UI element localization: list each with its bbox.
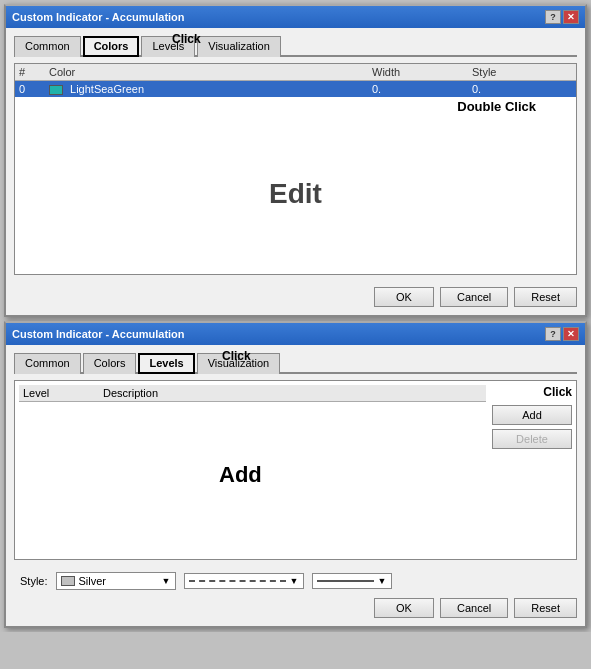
title-bar-2: Custom Indicator - Accumulation ? ✕: [6, 323, 585, 345]
row-width: 0.: [372, 83, 472, 95]
levels-content: Level Description Add Click Add Delete: [14, 380, 577, 560]
tab-common-2[interactable]: Common: [14, 353, 81, 374]
tab-visualization-1[interactable]: Visualization: [197, 36, 281, 57]
tab-levels-2[interactable]: Levels: [138, 353, 194, 374]
col-width: Width: [372, 66, 472, 78]
add-annotation: Add: [219, 462, 262, 488]
title-bar-1: Custom Indicator - Accumulation ? ✕: [6, 6, 585, 28]
col-description: Description: [103, 387, 482, 399]
edit-annotation: Edit: [15, 114, 576, 274]
dialog1-body: Click Common Colors Levels Visualization…: [6, 28, 585, 315]
levels-list-container: Level Description Add: [19, 385, 486, 552]
colors-content: # Color Width Style 0 LightSeaGreen 0. 0…: [14, 63, 577, 275]
dashed-line-icon: [189, 580, 286, 582]
close-button-1[interactable]: ✕: [563, 10, 579, 24]
style-label: Style:: [20, 575, 48, 587]
dialog1-title: Custom Indicator - Accumulation: [12, 11, 185, 23]
cancel-button-1[interactable]: Cancel: [440, 287, 508, 307]
bottom-buttons-2: OK Cancel Reset: [14, 594, 577, 620]
color-swatch: [49, 85, 63, 95]
col-style: Style: [472, 66, 572, 78]
reset-button-1[interactable]: Reset: [514, 287, 577, 307]
style-line-dropdown[interactable]: ▼: [184, 573, 304, 589]
double-click-annotation: Double Click: [457, 99, 536, 114]
levels-list-header: Level Description: [19, 385, 486, 402]
col-color: Color: [49, 66, 372, 78]
delete-level-button[interactable]: Delete: [492, 429, 572, 449]
title-bar-buttons-1: ? ✕: [545, 10, 579, 24]
row-color: LightSeaGreen: [49, 83, 372, 95]
row-style: 0.: [472, 83, 572, 95]
tab-colors-1[interactable]: Colors: [83, 36, 140, 57]
style-color-swatch: [61, 576, 75, 586]
ok-button-2[interactable]: OK: [374, 598, 434, 618]
close-button-2[interactable]: ✕: [563, 327, 579, 341]
dropdown-arrow-2: ▼: [290, 576, 299, 586]
dropdown-arrow-3: ▼: [378, 576, 387, 586]
dialog2-title: Custom Indicator - Accumulation: [12, 328, 185, 340]
row-num: 0: [19, 83, 49, 95]
table-header: # Color Width Style: [15, 64, 576, 81]
table-row[interactable]: 0 LightSeaGreen 0. 0.: [15, 81, 576, 97]
col-level: Level: [23, 387, 103, 399]
dialog2-body: Click Common Colors Levels Visualization…: [6, 345, 585, 626]
style-row: Style: Silver ▼ ▼ ▼: [14, 568, 577, 594]
add-level-button[interactable]: Add: [492, 405, 572, 425]
col-hash: #: [19, 66, 49, 78]
dialog2: Custom Indicator - Accumulation ? ✕ Clic…: [4, 321, 587, 628]
solid-line-icon: [317, 580, 374, 582]
style-color-name: Silver: [79, 575, 107, 587]
cancel-button-2[interactable]: Cancel: [440, 598, 508, 618]
style-color-dropdown[interactable]: Silver ▼: [56, 572, 176, 590]
title-bar-buttons-2: ? ✕: [545, 327, 579, 341]
click-annotation-2-right: Click: [492, 385, 572, 399]
style-width-dropdown[interactable]: ▼: [312, 573, 392, 589]
tabs-1: Common Colors Levels Visualization: [14, 34, 577, 57]
dialog1: Custom Indicator - Accumulation ? ✕ Clic…: [4, 4, 587, 317]
help-button-1[interactable]: ?: [545, 10, 561, 24]
reset-button-2[interactable]: Reset: [514, 598, 577, 618]
tab-colors-2[interactable]: Colors: [83, 353, 137, 374]
tabs-2: Common Colors Levels Visualization: [14, 351, 577, 374]
ok-button-1[interactable]: OK: [374, 287, 434, 307]
dropdown-arrow-1: ▼: [162, 576, 171, 586]
tab-common-1[interactable]: Common: [14, 36, 81, 57]
click-annotation-1: Click: [172, 32, 201, 46]
bottom-buttons-1: OK Cancel Reset: [14, 283, 577, 309]
levels-buttons: Click Add Delete: [492, 385, 572, 552]
help-button-2[interactable]: ?: [545, 327, 561, 341]
click-annotation-2-top: Click: [222, 349, 251, 363]
